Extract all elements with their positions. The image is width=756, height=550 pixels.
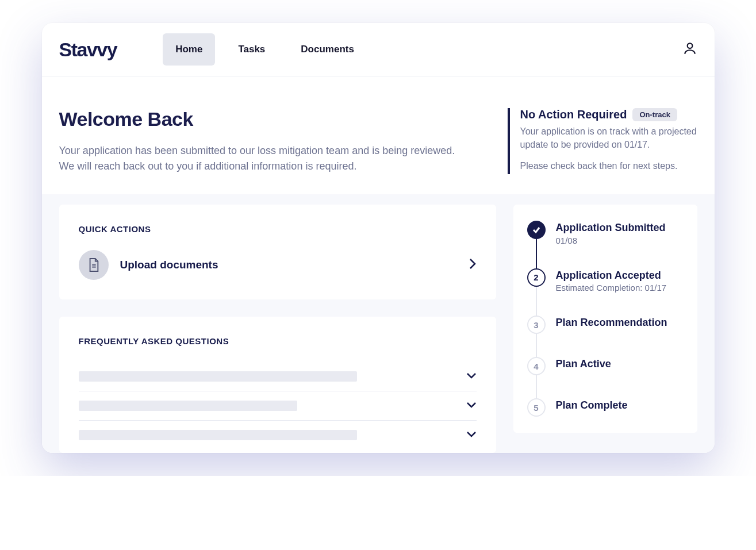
- status-title: No Action Required: [520, 108, 627, 121]
- document-icon: [79, 250, 109, 280]
- progress-card: Application Submitted 01/08 2 Applicatio…: [513, 205, 697, 433]
- faq-question-placeholder: [79, 430, 357, 440]
- nav-tasks[interactable]: Tasks: [225, 33, 278, 66]
- quick-action-label: Upload documents: [120, 259, 457, 271]
- content-area: QUICK ACTIONS Upload documents: [42, 194, 715, 453]
- faq-item[interactable]: [79, 362, 477, 391]
- hero-left: Welcome Back Your application has been s…: [59, 108, 485, 174]
- faq-heading: FREQUENTLY ASKED QUESTIONS: [79, 336, 477, 346]
- check-icon: [527, 221, 546, 239]
- nav-label: Documents: [301, 44, 354, 55]
- page-title: Welcome Back: [59, 108, 485, 130]
- progress-step-recommendation: 3 Plan Recommendation: [527, 316, 684, 357]
- page-subtitle: Your application has been submitted to o…: [59, 143, 473, 174]
- nav-label: Home: [175, 44, 202, 55]
- step-number: 5: [527, 398, 546, 417]
- subtitle-line: Your application has been submitted to o…: [59, 145, 455, 156]
- content-left-column: QUICK ACTIONS Upload documents: [59, 205, 496, 453]
- step-title: Application Submitted: [556, 222, 666, 234]
- step-title: Plan Recommendation: [556, 317, 667, 329]
- app-frame: Stavvy Home Tasks Documents Welcome Back: [42, 23, 715, 453]
- faq-item[interactable]: [79, 391, 477, 421]
- step-title: Plan Complete: [556, 399, 628, 412]
- hero-section: Welcome Back Your application has been s…: [42, 76, 715, 194]
- step-number: 4: [527, 357, 546, 375]
- progress-step-active: 4 Plan Active: [527, 357, 684, 398]
- step-title: Application Accepted: [556, 270, 667, 282]
- progress-steps: Application Submitted 01/08 2 Applicatio…: [527, 221, 684, 417]
- svg-point-0: [687, 43, 692, 48]
- step-number: 3: [527, 316, 546, 334]
- status-header: No Action Required On-track: [520, 108, 697, 121]
- subtitle-line: We will reach back out to you if additio…: [59, 160, 357, 172]
- topbar: Stavvy Home Tasks Documents: [42, 23, 715, 76]
- step-subtitle: Estimated Completion: 01/17: [556, 283, 667, 293]
- faq-question-placeholder: [79, 401, 298, 411]
- quick-action-upload-documents[interactable]: Upload documents: [79, 250, 477, 280]
- primary-nav: Home Tasks Documents: [163, 33, 682, 66]
- chevron-down-icon: [466, 430, 477, 440]
- brand-logo[interactable]: Stavvy: [59, 39, 117, 61]
- progress-step-submitted: Application Submitted 01/08: [527, 221, 684, 268]
- status-description: Your application is on track with a proj…: [520, 125, 697, 173]
- nav-home[interactable]: Home: [163, 33, 215, 66]
- faq-question-placeholder: [79, 371, 357, 382]
- progress-step-complete: 5 Plan Complete: [527, 398, 684, 417]
- faq-card: FREQUENTLY ASKED QUESTIONS: [59, 317, 496, 453]
- step-subtitle: 01/08: [556, 236, 666, 245]
- step-number: 2: [527, 268, 546, 287]
- nav-documents[interactable]: Documents: [288, 33, 367, 66]
- chevron-down-icon: [466, 371, 477, 382]
- chevron-down-icon: [466, 401, 477, 411]
- profile-icon[interactable]: [682, 41, 697, 58]
- status-panel: No Action Required On-track Your applica…: [508, 108, 697, 174]
- quick-actions-card: QUICK ACTIONS Upload documents: [59, 205, 496, 299]
- faq-item[interactable]: [79, 421, 477, 449]
- status-line: Please check back then for next steps.: [520, 161, 678, 171]
- chevron-right-icon: [469, 258, 477, 272]
- status-badge: On-track: [632, 108, 677, 121]
- status-line: Your application is on track with a proj…: [520, 126, 697, 149]
- step-title: Plan Active: [556, 358, 611, 371]
- progress-step-accepted: 2 Application Accepted Estimated Complet…: [527, 268, 684, 316]
- quick-actions-heading: QUICK ACTIONS: [79, 224, 477, 234]
- nav-label: Tasks: [238, 44, 265, 55]
- brand-name: Stavvy: [59, 39, 117, 60]
